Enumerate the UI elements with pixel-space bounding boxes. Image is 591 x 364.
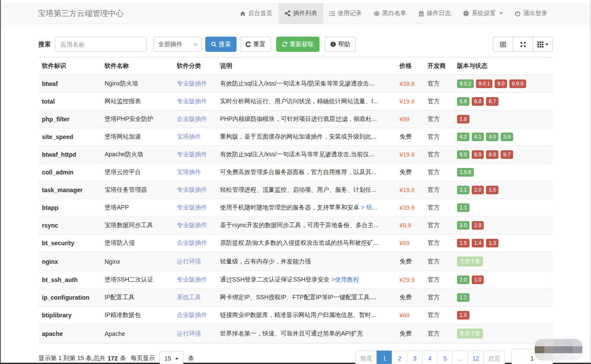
plugin-name: 堡塔PHP安全防护: [101, 111, 173, 128]
mosaic-cell: [544, 353, 554, 361]
column-header-price: 价格: [396, 57, 424, 75]
search-input[interactable]: [55, 37, 147, 52]
category-link[interactable]: 专业版插件: [177, 276, 207, 283]
nav-item-logout[interactable]: 退出登录: [509, 3, 553, 24]
category-link[interactable]: 企业版插件: [177, 311, 207, 318]
plugin-id: bt_ssh_auth: [38, 271, 101, 289]
page-size-dropdown[interactable]: 15: [160, 351, 183, 364]
detail-view-button[interactable]: [493, 37, 513, 52]
version-badge[interactable]: 4.2: [457, 133, 470, 141]
nav-item-home[interactable]: 后台首页: [234, 3, 278, 24]
version-badge[interactable]: 9.0.1: [476, 79, 493, 88]
version-badge[interactable]: 1.8: [457, 115, 470, 123]
version-badge[interactable]: 4.0: [486, 133, 498, 141]
list-icon: [329, 11, 335, 16]
page-button-5[interactable]: 5: [437, 351, 453, 364]
nav-item-black-white-list[interactable]: 黑白名单: [368, 3, 412, 24]
nav-item-usage-records[interactable]: 使用记录: [323, 3, 368, 24]
prev-page-button[interactable]: 前页: [355, 351, 377, 364]
mosaic-cell: [573, 346, 582, 354]
version-badge[interactable]: 1.5: [457, 239, 470, 247]
version-badge[interactable]: 8.9: [472, 150, 484, 159]
description-link[interactable]: >使用教程: [331, 276, 359, 283]
nav-item-system-settings[interactable]: 系统设置: [457, 3, 509, 24]
category-link[interactable]: 专业版插件: [177, 80, 207, 87]
category-link[interactable]: 专业版插件: [177, 186, 207, 193]
home-icon: [240, 11, 246, 16]
version-badge[interactable]: 3.9: [501, 133, 513, 141]
plugin-id: btiplibrary: [38, 307, 101, 324]
version-badge[interactable]: 3.0: [457, 221, 470, 230]
version-badge[interactable]: 9.0.2: [457, 79, 474, 88]
category-link[interactable]: 运行环境: [177, 258, 201, 265]
page-button-2[interactable]: 2: [392, 351, 407, 364]
version-badge: 无需下载: [457, 256, 483, 266]
next-page-button[interactable]: 后页: [483, 351, 505, 364]
version-badge[interactable]: 8.9.9: [509, 79, 526, 88]
version-badge[interactable]: 8.8: [486, 150, 498, 159]
plugin-category-cell: 专业版插件: [173, 271, 217, 289]
nav-item-plugin-list[interactable]: 插件列表: [278, 3, 323, 24]
version-badge[interactable]: 6.9: [457, 97, 470, 106]
columns-button[interactable]: [533, 37, 553, 52]
version-badge[interactable]: 1.4: [472, 239, 484, 247]
version-badge[interactable]: 2.0: [457, 275, 470, 284]
description-link[interactable]: > 组...: [361, 204, 377, 211]
category-link[interactable]: 运行环境: [177, 330, 201, 337]
refetch-button[interactable]: 重新获取: [276, 37, 319, 52]
plugin-vendor: 官方: [424, 324, 454, 343]
category-link[interactable]: 企业版插件: [177, 239, 207, 246]
plugin-versions: 2.5.6: [454, 164, 553, 181]
version-badge[interactable]: 4.1: [472, 133, 484, 141]
version-badge[interactable]: 2.1: [457, 186, 470, 194]
plugin-versions: 1.1: [454, 199, 553, 217]
version-badge[interactable]: 1.5: [486, 186, 498, 194]
page-button-4[interactable]: 4: [422, 351, 438, 364]
version-badge[interactable]: 2.0: [472, 186, 484, 194]
version-badge[interactable]: 2.9: [472, 221, 484, 230]
refresh-icon: [282, 41, 288, 47]
description-text: 基于rsync开发的数据同步工具，可用于异地备份、多台主...: [220, 222, 379, 228]
page-ellipsis: ...: [452, 351, 468, 364]
category-link[interactable]: 专业版插件: [177, 98, 207, 104]
category-link[interactable]: 专业版插件: [177, 151, 207, 158]
censored-patch: [535, 339, 582, 361]
fullscreen-button[interactable]: [513, 37, 533, 52]
page-button-1[interactable]: 1: [377, 351, 392, 364]
version-badge[interactable]: 6.8: [472, 97, 484, 106]
category-link[interactable]: 宝塔插件: [177, 133, 201, 140]
description-text: 有效防止sql注入/xss/一句话木马等常见渗透攻击,当前仅...: [220, 151, 374, 158]
page-button-3[interactable]: 3: [407, 351, 422, 364]
version-badge[interactable]: 8.7: [501, 150, 513, 159]
category-link[interactable]: 专业版插件: [177, 222, 207, 228]
nav-item-operation-log[interactable]: 操作日志: [412, 3, 457, 24]
category-link[interactable]: 系统工具: [177, 294, 201, 301]
table-row: bt_ssh_auth堡塔SSH二次认证专业版插件通过SSH登录二次认证保证SS…: [38, 271, 553, 289]
plugin-vendor: 官方: [424, 307, 454, 324]
page-button-12[interactable]: 12: [467, 351, 484, 364]
plugin-description: 世界排名第一，快速、可靠并且可通过简单的API扩充: [217, 324, 396, 343]
plugin-filter-select[interactable]: 全部插件: [153, 37, 202, 52]
category-link[interactable]: 企业版插件: [177, 115, 207, 122]
version-badge[interactable]: 6.7: [486, 97, 498, 106]
gear-icon: [463, 10, 469, 16]
search-button[interactable]: 搜索: [205, 37, 236, 52]
plugin-vendor: 官方: [424, 199, 454, 217]
version-badge[interactable]: 9.0: [495, 79, 507, 88]
version-badge[interactable]: 9.0: [457, 150, 470, 159]
version-badge[interactable]: 1.1: [457, 203, 470, 212]
version-badge[interactable]: 1.0: [472, 275, 484, 284]
category-link[interactable]: 宝塔插件: [177, 168, 201, 175]
plugin-description: 有效防止sql注入/xss/一句话木马/防采集等常见渗透攻击...: [217, 75, 396, 93]
version-badge[interactable]: 1.3: [486, 239, 498, 247]
plugin-name: 堡塔网站加速: [101, 128, 173, 146]
help-button[interactable]: 帮助: [325, 37, 356, 52]
category-link[interactable]: 专业版插件: [177, 204, 207, 211]
plugin-price: ¥99: [396, 111, 424, 128]
reset-button[interactable]: 重置: [240, 37, 271, 52]
version-badge[interactable]: 2.5.6: [457, 168, 474, 177]
table-footer: 显示第 1 到第 15 条,总共 172 条 每页显示 15 条 前页12345…: [38, 349, 553, 364]
description-text: 实时分析网站运行、用户访问状况，精确统计网站流量、I...: [220, 98, 378, 104]
version-badge[interactable]: 1.2: [457, 293, 470, 302]
version-badge[interactable]: 1.0: [457, 311, 470, 320]
